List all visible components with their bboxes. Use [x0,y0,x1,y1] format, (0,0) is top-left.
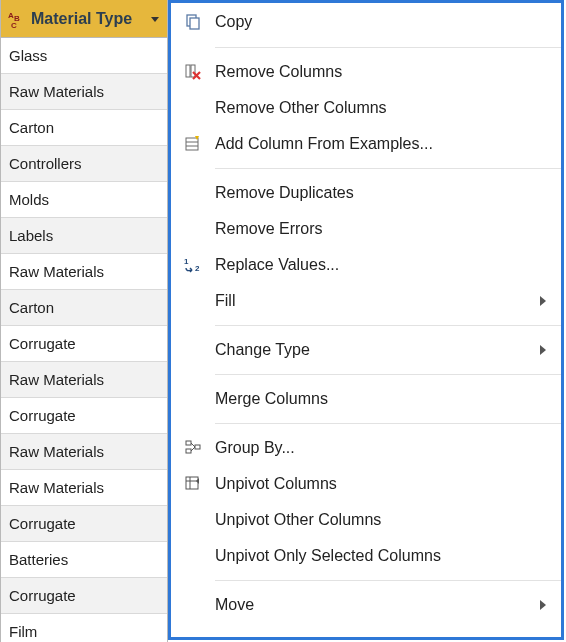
menu-label: Copy [215,13,547,31]
menu-label: Remove Columns [215,63,547,81]
svg-rect-7 [186,138,198,150]
replace-values-icon: 1 2 [171,256,215,274]
menu-remove-errors[interactable]: Remove Errors [171,211,561,247]
column-title: Material Type [31,10,132,28]
svg-rect-14 [195,445,200,449]
table-row[interactable]: Carton [1,290,167,326]
table-row[interactable]: Raw Materials [1,362,167,398]
svg-text:C: C [11,21,17,29]
table-row[interactable]: Raw Materials [1,470,167,506]
table-row[interactable]: Film [1,614,167,642]
menu-separator [215,374,561,375]
table-row[interactable]: Labels [1,218,167,254]
menu-label: Remove Errors [215,220,547,238]
svg-rect-5 [186,65,190,77]
svg-rect-15 [186,477,198,489]
menu-label: Unpivot Columns [215,475,547,493]
menu-label: Change Type [215,341,539,359]
svg-text:2: 2 [195,264,200,273]
menu-separator [215,47,561,48]
menu-separator [215,580,561,581]
table-row[interactable]: Batteries [1,542,167,578]
menu-separator [215,168,561,169]
menu-label: Group By... [215,439,547,457]
menu-label: Remove Duplicates [215,184,547,202]
column-header[interactable]: A B C Material Type [1,0,167,38]
svg-rect-12 [186,441,191,445]
add-column-examples-icon [171,135,215,153]
menu-remove-duplicates[interactable]: Remove Duplicates [171,175,561,211]
menu-move[interactable]: Move [171,587,561,623]
menu-merge-columns[interactable]: Merge Columns [171,381,561,417]
copy-icon [171,13,215,31]
menu-label: Add Column From Examples... [215,135,547,153]
menu-add-column-from-examples[interactable]: Add Column From Examples... [171,126,561,162]
text-type-icon: A B C [5,8,27,30]
menu-unpivot-other-columns[interactable]: Unpivot Other Columns [171,502,561,538]
svg-rect-6 [191,65,195,77]
table-row[interactable]: Corrugate [1,578,167,614]
remove-columns-icon [171,63,215,81]
svg-rect-13 [186,449,191,453]
menu-copy[interactable]: Copy [171,3,561,41]
menu-remove-columns[interactable]: Remove Columns [171,54,561,90]
table-row[interactable]: Raw Materials [1,254,167,290]
menu-label: Replace Values... [215,256,547,274]
table-row[interactable]: Corrugate [1,326,167,362]
table-row[interactable]: Molds [1,182,167,218]
table-row[interactable]: Corrugate [1,506,167,542]
menu-label: Unpivot Only Selected Columns [215,547,547,565]
menu-label: Move [215,596,539,614]
submenu-arrow-icon [539,599,547,611]
column-dropdown-icon[interactable] [149,13,161,25]
svg-text:1: 1 [184,257,189,266]
column-context-menu: Copy Remove Columns Remove Other Columns… [168,0,564,640]
table-row[interactable]: Carton [1,110,167,146]
menu-fill[interactable]: Fill [171,283,561,319]
svg-rect-4 [190,18,199,29]
unpivot-icon [171,475,215,493]
table-row[interactable]: Raw Materials [1,434,167,470]
menu-label: Merge Columns [215,390,547,408]
menu-label: Unpivot Other Columns [215,511,547,529]
group-by-icon [171,439,215,457]
table-row[interactable]: Controllers [1,146,167,182]
table-row[interactable]: Glass [1,38,167,74]
menu-change-type[interactable]: Change Type [171,332,561,368]
menu-label: Remove Other Columns [215,99,547,117]
menu-separator [215,325,561,326]
table-row[interactable]: Corrugate [1,398,167,434]
column-material-type: A B C Material Type Glass Raw Materials … [0,0,168,642]
menu-label: Fill [215,292,539,310]
submenu-arrow-icon [539,295,547,307]
submenu-arrow-icon [539,344,547,356]
menu-group-by[interactable]: Group By... [171,430,561,466]
table-row[interactable]: Raw Materials [1,74,167,110]
menu-separator [215,423,561,424]
menu-remove-other-columns[interactable]: Remove Other Columns [171,90,561,126]
menu-unpivot-only-selected-columns[interactable]: Unpivot Only Selected Columns [171,538,561,574]
menu-unpivot-columns[interactable]: Unpivot Columns [171,466,561,502]
menu-replace-values[interactable]: 1 2 Replace Values... [171,247,561,283]
